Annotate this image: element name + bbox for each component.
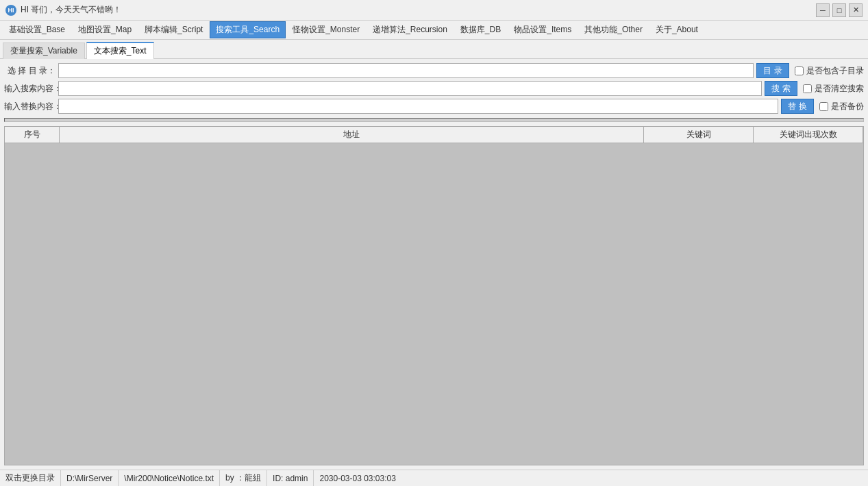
menu-item-db[interactable]: 数据库_DB [454, 21, 507, 38]
table-body [5, 143, 863, 465]
table-header: 序号 地址 关键词 关键词出现次数 [5, 127, 863, 143]
form-inputs: 选 择 目 录： 目 录 是否包含子目录 输入搜索内容： 搜 索 [4, 63, 864, 114]
status-id: ID: admin [267, 470, 314, 486]
title-bar-text: HI 哥们，今天天气不错哟！ [21, 4, 121, 16]
maximize-button[interactable]: □ [832, 3, 846, 17]
status-datetime-text: 2030-03-03 03:03:03 [319, 474, 395, 483]
col-header-count: 关键词出现次数 [754, 127, 863, 143]
replace-label: 输入替换内容： [4, 101, 55, 112]
title-bar-controls: ─ □ ✕ [816, 3, 863, 17]
table-container: 序号 地址 关键词 关键词出现次数 [4, 126, 864, 465]
status-by: by ： 龍組 [220, 470, 267, 486]
replace-input[interactable] [58, 99, 778, 114]
dir-button[interactable]: 目 录 [756, 63, 789, 78]
dir-label: 选 择 目 录： [4, 65, 55, 77]
form-area: 选 择 目 录： 目 录 是否包含子目录 输入搜索内容： 搜 索 [4, 63, 864, 114]
status-datetime: 2030-03-03 03:03:03 [314, 470, 401, 486]
menu-item-other[interactable]: 其他功能_Other [578, 21, 649, 38]
tab-variable[interactable]: 变量搜索_Variable [3, 42, 85, 59]
status-path1-text: D:\MirServer [66, 474, 112, 483]
checkbox1-text: 是否包含子目录 [806, 65, 864, 77]
status-id-value: admin [286, 474, 308, 483]
menu-item-map[interactable]: 地图设置_Map [72, 21, 138, 38]
menu-item-base[interactable]: 基础设置_Base [3, 21, 71, 38]
main-content: 选 择 目 录： 目 录 是否包含子目录 输入搜索内容： 搜 索 [0, 59, 868, 470]
tab-bar: 变量搜索_Variable文本搜索_Text [0, 40, 868, 59]
divider [4, 118, 864, 122]
status-id-label: ID: [273, 474, 283, 483]
menu-item-search[interactable]: 搜索工具_Search [210, 21, 286, 38]
menu-item-items[interactable]: 物品设置_Items [508, 21, 578, 38]
dir-row: 选 择 目 录： 目 录 是否包含子目录 [4, 63, 864, 78]
search-label: 输入搜索内容： [4, 83, 55, 95]
checkbox2-input[interactable] [803, 84, 812, 93]
title-bar-left: HI HI 哥们，今天天气不错哟！ [5, 4, 121, 16]
status-by-value: 龍組 [245, 472, 261, 484]
status-by-label: by ： [225, 472, 245, 484]
checkbox1-input[interactable] [795, 66, 804, 75]
replace-row: 输入替换内容： 替 换 是否备份 [4, 99, 864, 114]
right-options-3: 是否备份 [819, 101, 864, 112]
col-header-addr: 地址 [60, 127, 644, 143]
title-bar: HI HI 哥们，今天天气不错哟！ ─ □ ✕ [0, 0, 868, 21]
status-bar: 双击更换目录 D:\MirServer \Mir200\Notice\Notic… [0, 470, 868, 486]
status-action[interactable]: 双击更换目录 [0, 470, 61, 486]
replace-button[interactable]: 替 换 [781, 99, 814, 114]
checkbox2-label[interactable]: 是否清空搜索 [803, 83, 864, 95]
checkbox3-text: 是否备份 [831, 101, 864, 112]
status-action-text: 双击更换目录 [5, 472, 55, 484]
checkbox3-label[interactable]: 是否备份 [819, 101, 864, 112]
menu-item-about[interactable]: 关于_About [649, 21, 704, 38]
checkbox1-label[interactable]: 是否包含子目录 [795, 65, 864, 77]
menu-bar: 基础设置_Base地图设置_Map脚本编辑_Script搜索工具_Search怪… [0, 21, 868, 40]
menu-item-script[interactable]: 脚本编辑_Script [138, 21, 209, 38]
status-path1: D:\MirServer [61, 470, 119, 486]
search-input[interactable] [58, 81, 762, 96]
checkbox3-input[interactable] [819, 102, 828, 111]
search-row: 输入搜索内容： 搜 索 是否清空搜索 [4, 81, 864, 96]
right-options-1: 是否包含子目录 [795, 65, 864, 77]
tab-text[interactable]: 文本搜索_Text [86, 42, 154, 59]
minimize-button[interactable]: ─ [816, 3, 830, 17]
menu-item-monster[interactable]: 怪物设置_Monster [286, 21, 366, 38]
status-path2: \Mir200\Notice\Notice.txt [119, 470, 220, 486]
close-button[interactable]: ✕ [849, 3, 863, 17]
col-header-num: 序号 [5, 127, 60, 143]
menu-item-recursion[interactable]: 递增算法_Recursion [367, 21, 454, 38]
right-options-2: 是否清空搜索 [803, 83, 864, 95]
checkbox2-text: 是否清空搜索 [815, 83, 864, 95]
dir-input[interactable] [58, 63, 754, 78]
search-button[interactable]: 搜 索 [765, 81, 797, 96]
status-path2-text: \Mir200\Notice\Notice.txt [124, 474, 214, 483]
app-icon: HI [5, 5, 16, 16]
col-header-kw: 关键词 [644, 127, 754, 143]
